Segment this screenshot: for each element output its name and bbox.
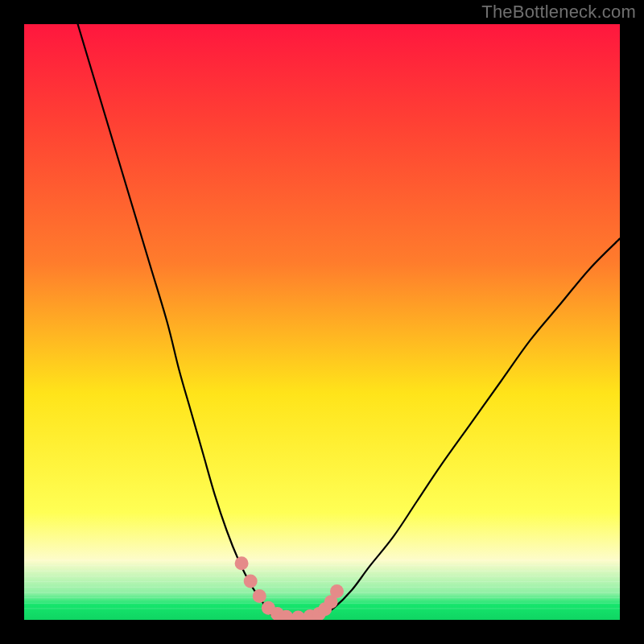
- gradient-background: [24, 24, 620, 620]
- watermark-text: TheBottleneck.com: [481, 2, 636, 23]
- marker-dot: [235, 556, 249, 570]
- chart-svg: [24, 24, 620, 620]
- marker-dot: [330, 584, 344, 598]
- chart-plot-area: [24, 24, 620, 620]
- outer-frame: TheBottleneck.com: [0, 0, 644, 644]
- marker-dot: [244, 574, 258, 588]
- marker-dot: [253, 589, 266, 603]
